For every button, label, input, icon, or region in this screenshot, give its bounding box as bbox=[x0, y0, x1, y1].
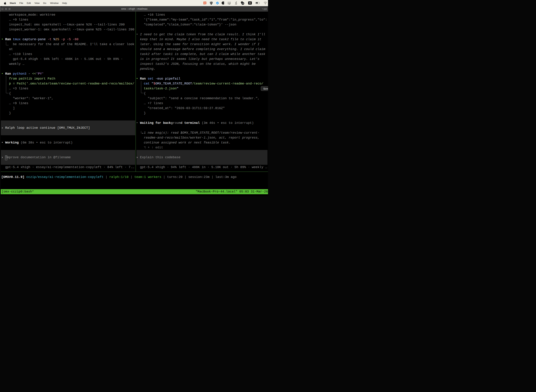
svg-text:..61: ..61 bbox=[242, 3, 244, 5]
